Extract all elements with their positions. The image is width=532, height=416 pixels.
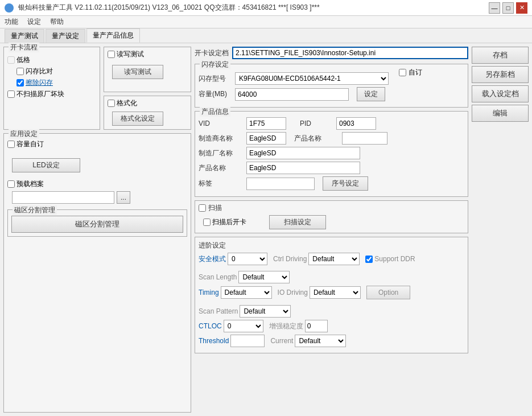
flash-settings-title: 闪存设定 xyxy=(200,60,230,69)
save-new-button[interactable]: 另存新档 xyxy=(472,66,529,83)
safety-mode-field: 安全模式 012 xyxy=(199,253,267,265)
io-driving-field: IO Driving Default xyxy=(278,286,361,299)
threshold-label: Threshold xyxy=(199,337,229,345)
read-write-label: 读写测试 xyxy=(117,50,144,59)
preload-label: 预载档案 xyxy=(17,179,44,189)
scan-pattern-select[interactable]: Default xyxy=(240,305,291,318)
scan-pattern-label: Scan Pattern xyxy=(199,307,238,315)
flash-set-button[interactable]: 设定 xyxy=(357,87,385,101)
safety-mode-select[interactable]: 012 xyxy=(228,253,267,265)
product-name-input2[interactable] xyxy=(342,132,387,145)
product-input[interactable] xyxy=(246,162,360,174)
capacity-custom-check[interactable]: 容量自订 xyxy=(7,139,187,149)
disk-partition-button[interactable]: 磁区分割管理 xyxy=(11,216,183,233)
maximize-button[interactable]: □ xyxy=(502,2,514,14)
option-field: Option xyxy=(366,286,410,299)
erase-flash-label: 擦除闪存 xyxy=(26,78,53,88)
right-panel: 开卡设定档 闪存设定 自订 闪存型号 K9FAG08U0M-ECD5106A54… xyxy=(195,47,468,413)
gain-stability-input[interactable] xyxy=(305,320,328,332)
read-write-button[interactable]: 读写测试 xyxy=(112,65,163,79)
manufacturer-name-input[interactable] xyxy=(246,132,286,145)
tab-mass-test[interactable]: 量产测试 xyxy=(5,29,44,43)
serial-setting-button[interactable]: 序号设定 xyxy=(323,176,368,191)
flash-compare-check[interactable]: 闪存比对 xyxy=(17,67,96,76)
open-card-file-input[interactable] xyxy=(232,47,468,59)
flash-type-select[interactable]: K9FAG08U0M-ECD5106A5442-1 xyxy=(235,72,389,85)
current-field: Current Default xyxy=(270,335,346,347)
open-card-flow-title: 开卡流程 xyxy=(9,43,39,52)
tab-mass-settings[interactable]: 量产设定 xyxy=(46,29,85,43)
scan-check[interactable] xyxy=(199,204,206,212)
product-name-label2: 产品名称 xyxy=(294,134,340,143)
pid-input[interactable] xyxy=(336,117,376,130)
support-ddr-check[interactable] xyxy=(365,256,373,263)
menu-help[interactable]: 帮助 xyxy=(50,17,64,27)
scan-length-select[interactable]: Default xyxy=(238,271,290,283)
manufacturer-name-label: 制造商名称 xyxy=(199,134,244,143)
io-driving-select[interactable]: Default xyxy=(310,286,361,299)
option-button[interactable]: Option xyxy=(366,286,410,299)
gain-stability-label: 增强稳定度 xyxy=(269,322,303,331)
ctrl-driving-select[interactable]: Default xyxy=(308,253,360,265)
format-check[interactable]: 格式化 xyxy=(108,98,187,108)
ctrl-driving-label: Ctrl Driving xyxy=(273,255,307,263)
ctloc-label: CTLOC xyxy=(199,322,222,330)
capacity-custom-label: 容量自订 xyxy=(17,139,44,149)
ctrl-driving-field: Ctrl Driving Default xyxy=(273,253,360,265)
flash-custom-check[interactable] xyxy=(399,69,406,76)
gain-stability-field: 增强稳定度 xyxy=(269,320,328,332)
current-select[interactable]: Default xyxy=(295,335,346,347)
minimize-button[interactable]: — xyxy=(489,2,500,14)
menu-function[interactable]: 功能 xyxy=(5,17,18,27)
preload-browse-button[interactable]: ... xyxy=(117,191,130,204)
save-button[interactable]: 存档 xyxy=(472,47,529,64)
vid-input[interactable] xyxy=(246,117,286,130)
menu-settings[interactable]: 设定 xyxy=(27,17,41,27)
disk-partition-group: 磁区分割管理 磁区分割管理 xyxy=(7,209,187,237)
product-label: 产品名称 xyxy=(199,163,244,173)
erase-flash-check[interactable]: 擦除闪存 xyxy=(17,78,96,88)
manufacturer-label: 制造厂名称 xyxy=(199,149,244,158)
tab-mass-product-info[interactable]: 量产产品信息 xyxy=(86,28,140,43)
scan-length-label: Scan Length xyxy=(199,273,237,281)
flash-capacity-input[interactable] xyxy=(235,88,349,101)
title-bar: 银灿科技量产工具 V2.11.02.11(2015/09/21) V123_06… xyxy=(0,0,532,16)
tag-input[interactable] xyxy=(246,178,315,190)
low-format-check[interactable]: 低格 xyxy=(7,55,96,65)
main-content: 开卡流程 低格 闪存比对 擦除闪存 不扫描原厂坏块 xyxy=(0,43,532,416)
support-ddr-label: Support DDR xyxy=(374,255,415,263)
no-scan-factory-check[interactable]: 不扫描原厂坏块 xyxy=(7,89,96,99)
current-label: Current xyxy=(270,337,293,345)
open-card-flow-group: 开卡流程 低格 闪存比对 擦除闪存 不扫描原厂坏块 xyxy=(3,47,100,130)
vid-label: VID xyxy=(199,120,244,127)
app-icon xyxy=(5,3,14,13)
threshold-input[interactable] xyxy=(230,335,265,347)
preload-file-input[interactable] xyxy=(12,191,114,204)
read-write-check[interactable]: 读写测试 xyxy=(108,50,187,59)
window-controls: — □ ✕ xyxy=(489,2,527,14)
format-settings-button[interactable]: 格式化设定 xyxy=(112,112,163,126)
preload-check[interactable]: 预载档案 xyxy=(7,179,187,189)
scan-after-open-check[interactable]: 扫描后开卡 xyxy=(203,217,246,227)
scan-settings-button[interactable]: 扫描设定 xyxy=(269,215,326,229)
close-button[interactable]: ✕ xyxy=(516,2,527,14)
flash-settings-group: 闪存设定 自订 闪存型号 K9FAG08U0M-ECD5106A5442-1 容… xyxy=(195,64,468,108)
disk-partition-title: 磁区分割管理 xyxy=(13,205,57,215)
edit-button[interactable]: 编辑 xyxy=(472,105,529,122)
load-button[interactable]: 载入设定档 xyxy=(472,85,529,102)
title-text: 银灿科技量产工具 V2.11.02.11(2015/09/21) V123_06… xyxy=(18,3,320,13)
manufacturer-input[interactable] xyxy=(246,147,360,159)
led-settings-button[interactable]: LED设定 xyxy=(12,158,80,172)
open-card-file-label: 开卡设定档 xyxy=(195,48,229,58)
timing-select[interactable]: Default xyxy=(221,286,272,299)
support-ddr-field[interactable]: Support DDR xyxy=(365,255,415,263)
read-write-test-group: 读写测试 读写测试 xyxy=(104,47,191,92)
product-info-group: 产品信息 VID PID 制造商名称 产品名称 制造厂名称 产品名称 xyxy=(195,111,468,197)
ctloc-select[interactable]: 012 xyxy=(224,320,263,332)
scan-after-open-label: 扫描后开卡 xyxy=(212,217,246,227)
app-settings-title: 应用设定 xyxy=(9,129,39,139)
threshold-field: Threshold xyxy=(199,335,265,347)
no-scan-factory-label: 不扫描原厂坏块 xyxy=(17,89,64,99)
format-group: 格式化 格式化设定 xyxy=(104,96,191,130)
pid-label: PID xyxy=(300,120,334,127)
